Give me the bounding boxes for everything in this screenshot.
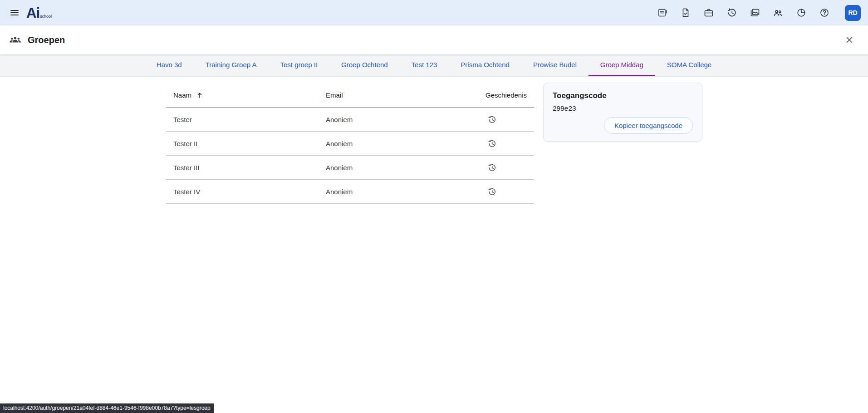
app-logo[interactable]: Ai school xyxy=(26,7,52,19)
history-icon xyxy=(487,139,497,148)
tab-groep-ochtend[interactable]: Groep Ochtend xyxy=(329,54,400,76)
briefcase-button[interactable] xyxy=(701,5,716,20)
groups-button[interactable] xyxy=(771,5,785,20)
tab-soma-college[interactable]: SOMA College xyxy=(655,54,723,76)
row-history-button[interactable] xyxy=(485,185,499,198)
groups-title-icon xyxy=(9,34,21,46)
member-name: Tester xyxy=(166,108,326,132)
group-tab-bar: Havo 3d Training Groep A Test groep II G… xyxy=(0,54,868,77)
member-email: Anoniem xyxy=(326,108,484,132)
help-button[interactable] xyxy=(817,5,832,20)
member-name: Tester IV xyxy=(166,180,326,204)
member-email: Anoniem xyxy=(326,156,484,180)
tab-prisma-ochtend[interactable]: Prisma Ochtend xyxy=(449,54,521,76)
gallery-button[interactable] xyxy=(748,5,762,20)
user-avatar[interactable]: RD xyxy=(845,5,861,21)
topbar-actions: RD xyxy=(655,5,861,21)
grading-button[interactable] xyxy=(678,5,693,20)
help-icon xyxy=(819,7,830,18)
table-row: Tester IV Anoniem xyxy=(166,180,534,204)
table-header-row: Naam Email Geschiedenis xyxy=(166,83,534,108)
history-icon xyxy=(487,187,497,197)
row-history-button[interactable] xyxy=(485,137,499,150)
tab-prowise-budel[interactable]: Prowise Budel xyxy=(521,54,588,76)
close-icon xyxy=(844,35,854,45)
tab-test-groep-ii[interactable]: Test groep II xyxy=(269,54,330,76)
groups-icon xyxy=(773,7,784,18)
close-button[interactable] xyxy=(843,33,856,47)
history-icon xyxy=(726,7,737,18)
column-header-email[interactable]: Email xyxy=(326,83,484,108)
history-icon xyxy=(487,115,497,124)
copy-access-code-button[interactable]: Kopieer toegangscode xyxy=(604,117,693,134)
row-history-button[interactable] xyxy=(485,113,499,126)
row-history-button[interactable] xyxy=(485,161,499,174)
column-header-naam[interactable]: Naam xyxy=(166,83,326,108)
tab-test-123[interactable]: Test 123 xyxy=(400,54,449,76)
pie-chart-icon xyxy=(796,7,807,18)
menu-button[interactable] xyxy=(7,5,22,20)
table-row: Tester II Anoniem xyxy=(166,132,534,156)
hamburger-icon xyxy=(9,7,20,18)
history-button-topbar[interactable] xyxy=(725,5,739,20)
access-code-actions: Kopieer toegangscode xyxy=(553,117,693,134)
tab-havo-3d[interactable]: Havo 3d xyxy=(145,54,194,76)
assignment-icon xyxy=(657,7,668,18)
tab-groep-middag[interactable]: Groep Middag xyxy=(588,54,655,76)
member-email: Anoniem xyxy=(326,132,484,156)
assignments-button[interactable] xyxy=(655,5,670,20)
logo-text: Ai xyxy=(26,7,39,19)
page-title: Groepen xyxy=(28,35,65,45)
logo-subtext: school xyxy=(40,14,52,19)
table-row: Tester Anoniem xyxy=(166,108,534,132)
grading-icon xyxy=(680,7,691,18)
page-header: Groepen xyxy=(0,25,868,54)
access-code-title: Toegangscode xyxy=(553,91,693,100)
column-label-naam: Naam xyxy=(173,91,191,99)
access-code-card: Toegangscode 299e23 Kopieer toegangscode xyxy=(543,83,702,142)
briefcase-icon xyxy=(703,7,714,18)
member-email: Anoniem xyxy=(326,180,484,204)
topbar: Ai school xyxy=(0,0,868,25)
reports-button[interactable] xyxy=(794,5,809,20)
link-preview-statusbar: localhost:4200/auth/groepen/21a04fef-d88… xyxy=(0,403,214,413)
members-table: Naam Email Geschiedenis Tester Anoniem xyxy=(166,83,534,204)
sort-asc-icon xyxy=(196,92,203,99)
history-icon xyxy=(487,163,497,172)
column-header-geschiedenis: Geschiedenis xyxy=(484,83,534,108)
member-name: Tester II xyxy=(166,132,326,156)
member-name: Tester III xyxy=(166,156,326,180)
tab-training-groep-a[interactable]: Training Groep A xyxy=(194,54,269,76)
gallery-icon xyxy=(750,7,760,18)
access-code-value: 299e23 xyxy=(553,104,693,113)
main-content: Naam Email Geschiedenis Tester Anoniem xyxy=(0,77,868,413)
table-row: Tester III Anoniem xyxy=(166,156,534,180)
